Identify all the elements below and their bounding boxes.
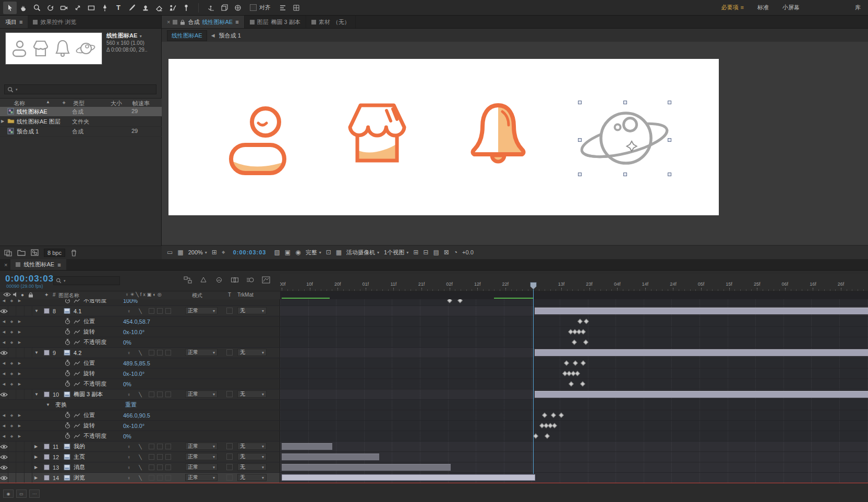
tab-footage[interactable]: 素材 （无） — [306, 16, 356, 28]
project-item-row[interactable]: ▶线性图标AE 图层文件夹 — [0, 117, 162, 127]
snap-edge-button[interactable] — [276, 2, 290, 14]
column-header-trkmat[interactable]: TrkMat — [237, 292, 254, 298]
blend-mode-dropdown[interactable]: 正常▾ — [185, 474, 218, 481]
quality-switch[interactable]: ♀ — [123, 465, 135, 470]
property-value[interactable]: 0x-10.0° — [123, 421, 144, 431]
keyframe-icon[interactable] — [559, 413, 564, 418]
graph-editor-icon[interactable] — [262, 276, 270, 284]
audio-toggle[interactable] — [8, 442, 16, 451]
quality-slash-switch[interactable]: ╲ — [135, 465, 146, 470]
channels-icon[interactable]: ◉ — [295, 249, 300, 256]
timeline-search-field[interactable]: ▾ — [53, 276, 120, 285]
stopwatch-icon[interactable] — [65, 360, 70, 366]
exposure-icon[interactable]: ◔ — [454, 249, 457, 256]
trkmat-dropdown[interactable]: 无▾ — [237, 349, 267, 356]
keyframe-icon[interactable] — [577, 319, 583, 324]
label-color-chip[interactable] — [44, 391, 50, 397]
expand-transfer-controls-icon[interactable]: ▭ — [16, 489, 27, 498]
add-keyframe-button[interactable]: ◆ — [8, 327, 16, 337]
draft-3d-icon[interactable] — [199, 276, 208, 284]
audio-toggle[interactable] — [8, 389, 16, 399]
next-keyframe-button[interactable]: ▶ — [16, 410, 23, 420]
eye-icon[interactable] — [0, 389, 8, 399]
keyframe-icon[interactable] — [447, 299, 452, 303]
keyframe-icon[interactable] — [575, 371, 580, 376]
motion-blur-switch[interactable] — [157, 308, 163, 314]
next-keyframe-button[interactable]: ▶ — [16, 327, 23, 337]
tab-menu-icon[interactable]: ≡ — [235, 19, 238, 25]
sort-arrow-icon[interactable]: ▲ — [46, 100, 50, 104]
t-checkbox[interactable] — [226, 464, 233, 470]
blend-mode-dropdown[interactable]: 正常▾ — [185, 453, 218, 460]
exposure-value[interactable]: +0.0 — [462, 249, 474, 255]
property-name[interactable]: 不透明度 — [83, 337, 106, 347]
pan-behind-tool[interactable] — [71, 2, 85, 14]
motion-blur-icon[interactable] — [246, 276, 255, 284]
lock-toggle[interactable] — [25, 462, 32, 472]
solo-toggle[interactable] — [16, 348, 24, 358]
add-keyframe-button[interactable]: ◆ — [8, 369, 16, 378]
axis-view-button[interactable] — [231, 2, 245, 14]
stopwatch-icon[interactable] — [65, 328, 70, 335]
property-name[interactable]: 位置 — [83, 358, 95, 368]
property-name[interactable]: 位置 — [83, 410, 95, 420]
label-color-chip[interactable] — [44, 475, 50, 481]
selection-handle[interactable] — [668, 173, 671, 176]
column-header-framerate[interactable]: 帧速率 — [132, 100, 150, 107]
fast-preview-icon[interactable]: ⊟ — [423, 249, 428, 256]
bit-depth-button[interactable]: 8 bpc — [44, 249, 65, 257]
layer-duration-bar[interactable] — [282, 443, 332, 450]
property-value[interactable]: 0% — [123, 379, 131, 389]
motion-blur-switch[interactable] — [157, 444, 163, 449]
layer-name[interactable]: 消息 — [74, 462, 85, 472]
eye-icon[interactable] — [0, 306, 8, 316]
t-checkbox[interactable] — [226, 308, 233, 314]
flowchart-icon[interactable]: ⊠ — [444, 249, 449, 256]
prev-keyframe-button[interactable]: ◀ — [0, 299, 8, 305]
add-keyframe-button[interactable]: ◆ — [8, 410, 16, 420]
selection-handle[interactable] — [578, 101, 582, 104]
new-folder-icon[interactable] — [17, 249, 26, 256]
workspace-tab-small-screen[interactable]: 小屏幕 — [782, 4, 800, 11]
breadcrumb-precomp[interactable]: 预合成 1 — [219, 32, 241, 40]
quality-switch[interactable]: ♀ — [123, 350, 135, 356]
twirl-icon[interactable]: ▶ — [34, 452, 42, 462]
motion-blur-switch[interactable] — [157, 454, 163, 460]
grid-guides-icon[interactable]: ⊞ — [212, 249, 217, 256]
eye-icon[interactable] — [0, 473, 8, 483]
stopwatch-icon[interactable] — [65, 381, 70, 387]
selection-handle[interactable] — [578, 138, 582, 142]
blend-mode-dropdown[interactable]: 正常▾ — [185, 463, 218, 471]
layer-track[interactable] — [280, 316, 868, 326]
group-name[interactable]: 变换 — [55, 400, 67, 410]
trkmat-dropdown[interactable]: 无▾ — [237, 443, 267, 450]
timeline-button-icon[interactable]: ▤ — [433, 249, 439, 256]
blend-mode-dropdown[interactable]: 正常▾ — [185, 443, 218, 450]
pixel-aspect-icon[interactable]: ⊞ — [413, 249, 418, 256]
quality-slash-switch[interactable]: ╲ — [135, 392, 146, 397]
mask-path-icon[interactable]: ⌖ — [222, 249, 225, 256]
3d-switch[interactable] — [165, 308, 171, 314]
prev-keyframe-button[interactable]: ◀ — [0, 431, 8, 441]
t-checkbox[interactable] — [226, 443, 233, 449]
next-keyframe-button[interactable]: ▶ — [16, 421, 23, 431]
layer-track[interactable] — [280, 400, 868, 410]
audio-toggle[interactable] — [8, 348, 16, 358]
layer-duration-bar[interactable] — [535, 391, 868, 398]
audio-toggle[interactable] — [8, 473, 16, 483]
workspace-tab-library[interactable]: 库 — [855, 4, 861, 11]
brush-tool[interactable] — [125, 2, 139, 14]
solo-toggle[interactable] — [16, 452, 24, 462]
prev-keyframe-button[interactable]: ◀ — [0, 421, 8, 431]
expand-layer-switches-icon[interactable]: ◉ — [3, 489, 14, 498]
transparency-grid-icon[interactable]: ▦ — [336, 249, 342, 256]
column-header-t[interactable]: T — [228, 292, 231, 298]
property-value[interactable]: 0% — [123, 431, 131, 441]
search-caret-icon[interactable]: ▾ — [64, 279, 66, 283]
magnification-grid-icon[interactable]: ▦ — [177, 249, 183, 256]
interpret-footage-icon[interactable] — [4, 249, 12, 256]
viewer-timecode[interactable]: 0:00:03:03 — [233, 249, 267, 255]
label-column-icon[interactable]: ✦ — [62, 100, 66, 106]
motion-blur-switch[interactable] — [157, 350, 163, 356]
selection-handle[interactable] — [668, 101, 671, 104]
